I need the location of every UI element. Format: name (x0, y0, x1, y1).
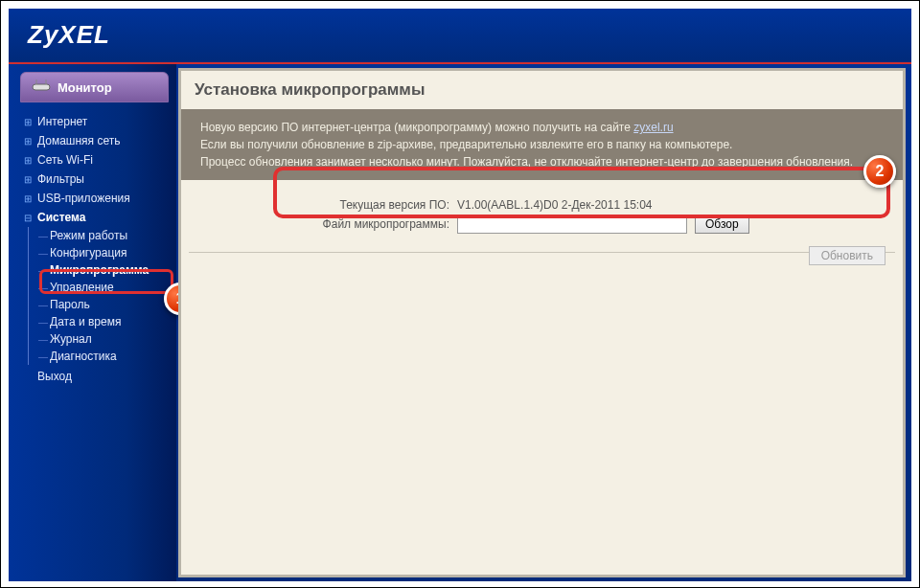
sub-item-diagnostics[interactable]: — Диагностика (38, 348, 176, 365)
nav-link: Дата и время (50, 315, 121, 328)
info-box: Новую версию ПО интернет-центра (микропр… (181, 109, 903, 180)
nav-item-home-network[interactable]: ⊞ Домашняя сеть (24, 131, 176, 150)
nav-link: Выход (37, 370, 72, 383)
sub-item-management[interactable]: — Управление (38, 279, 176, 296)
logo: ZyXEL (28, 20, 110, 49)
sub-item-mode[interactable]: — Режим работы (38, 227, 176, 244)
sub-item-config[interactable]: — Конфигурация (38, 244, 176, 261)
plus-icon: ⊞ (24, 193, 34, 204)
nav-link: USB-приложения (37, 192, 130, 205)
monitor-tab[interactable]: Монитор (20, 72, 169, 102)
monitor-label: Монитор (58, 80, 112, 95)
version-value: V1.00(AABL.1.4)D0 2-Дек-2011 15:04 (457, 198, 653, 212)
svg-rect-0 (33, 84, 50, 90)
version-label: Текущая версия ПО: (200, 198, 449, 212)
nav-link: Диагностика (50, 350, 117, 363)
plus-icon: ⊞ (24, 136, 34, 147)
sub-item-log[interactable]: — Журнал (38, 330, 176, 348)
header: ZyXEL (9, 9, 911, 64)
plus-icon: ⊞ (24, 174, 34, 185)
nav-link: Пароль (50, 298, 90, 311)
sidebar: Монитор ⊞ Интернет ⊞ Домашняя сеть ⊞ Сет… (9, 64, 176, 581)
router-icon (31, 79, 52, 96)
nav-item-internet[interactable]: ⊞ Интернет (24, 112, 176, 131)
file-label: Файл микропрограммы: (200, 217, 449, 231)
sub-item-firmware[interactable]: — Микропрограмма (38, 261, 176, 279)
sub-item-password[interactable]: — Пароль (38, 296, 176, 313)
minus-icon: ⊟ (24, 213, 34, 223)
nav-link: Система (37, 211, 86, 224)
nav-link: Фильтры (37, 172, 84, 186)
nav-item-wifi[interactable]: ⊞ Сеть Wi-Fi (24, 150, 176, 170)
nav-link: Управление (50, 281, 114, 294)
browse-button[interactable]: Обзор (695, 215, 749, 234)
nav-link: Интернет (37, 115, 87, 128)
nav-item-usb[interactable]: ⊞ USB-приложения (24, 189, 176, 208)
nav-link: Режим работы (50, 229, 127, 242)
firmware-file-input[interactable] (457, 215, 687, 234)
form-area: Текущая версия ПО: V1.00(AABL.1.4)D0 2-Д… (181, 180, 903, 252)
sub-item-datetime[interactable]: — Дата и время (38, 313, 176, 330)
plus-icon: ⊞ (24, 117, 34, 127)
annotation-badge-2: 2 (863, 155, 896, 188)
nav-link: Микропрограмма (50, 263, 149, 277)
update-button: Обновить (809, 246, 886, 265)
nav-item-system[interactable]: ⊟ Система (24, 208, 176, 227)
nav-link: Домашняя сеть (37, 134, 120, 147)
nav-link: Журнал (50, 332, 92, 346)
divider (189, 252, 895, 253)
nav-item-exit[interactable]: Выход (24, 367, 176, 386)
plus-icon: ⊞ (24, 155, 34, 166)
nav-link: Конфигурация (50, 246, 127, 260)
main-panel: Установка микропрограммы Новую версию ПО… (178, 68, 906, 577)
page-title: Установка микропрограммы (181, 71, 903, 109)
zyxel-link[interactable]: zyxel.ru (633, 121, 673, 134)
nav-link: Сеть Wi-Fi (37, 153, 93, 167)
nav-item-filters[interactable]: ⊞ Фильтры (24, 170, 176, 189)
